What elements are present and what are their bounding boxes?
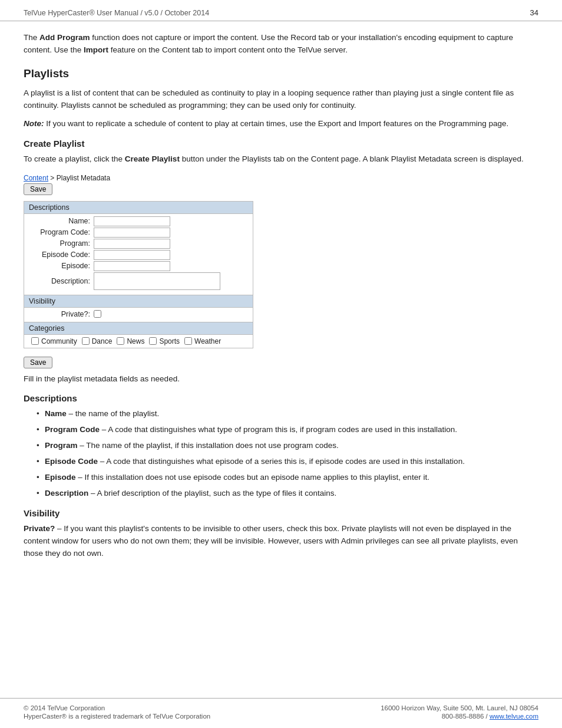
list-item: Description – A brief description of the… (37, 487, 538, 500)
create-playlist-heading: Create Playlist (24, 139, 538, 149)
page-footer: © 2014 TelVue Corporation HyperCaster® i… (0, 698, 562, 728)
top-save-button[interactable]: Save (24, 183, 52, 195)
footer-contact: 800-885-8886 / www.telvue.com (381, 713, 538, 720)
import-bold: Import (84, 45, 108, 54)
bottom-save-button[interactable]: Save (24, 357, 52, 368)
category-sports[interactable]: Sports (147, 337, 180, 345)
private-label: Private?: (29, 310, 94, 318)
list-item: Name – the name of the playlist. (37, 408, 538, 420)
program-label: Program: (29, 239, 94, 248)
breadcrumb: Content > Playlist Metadata (24, 172, 538, 183)
weather-checkbox[interactable] (184, 337, 192, 345)
name-row: Name: (29, 216, 248, 226)
visibility-para: Private? – If you want this playlist's c… (24, 523, 538, 560)
program-row: Program: (29, 239, 248, 249)
program-code-input[interactable] (94, 228, 170, 238)
note-text: If you want to replicate a schedule of c… (44, 119, 509, 128)
page-header: TelVue HyperCaster® User Manual / v5.0 /… (0, 0, 562, 21)
note-label: Note: (24, 119, 44, 128)
playlists-heading: Playlists (24, 67, 538, 80)
playlist-metadata-form: Descriptions Name: Program Code: Program… (24, 201, 253, 348)
footer-trademark-text: HyperCaster® is a registered trademark o… (24, 713, 210, 720)
list-item: Episode – If this installation does not … (37, 472, 538, 484)
description-textarea[interactable] (94, 272, 220, 290)
episode-row: Episode: (29, 261, 248, 271)
name-label: Name: (29, 217, 94, 225)
visibility-section-heading: Visibility (24, 508, 538, 518)
create-intro-bold: Create Playlist (125, 154, 180, 163)
program-code-label: Program Code: (29, 228, 94, 236)
note-paragraph: Note: If you want to replicate a schedul… (24, 118, 538, 130)
program-code-row: Program Code: (29, 228, 248, 238)
footer-right: 16000 Horizon Way, Suite 500, Mt. Laurel… (381, 704, 538, 720)
top-save-row: Save (24, 183, 538, 195)
item-name-text: – the name of the playlist. (67, 409, 160, 418)
episode-label: Episode: (29, 262, 94, 270)
item-progcode-text: – A code that distinguishes what type of… (100, 425, 457, 434)
page-number: 34 (530, 8, 538, 17)
category-dance[interactable]: Dance (80, 337, 113, 345)
categories-body: Community Dance News Sports Weather (24, 335, 253, 348)
news-checkbox[interactable] (117, 337, 124, 345)
category-weather[interactable]: Weather (182, 337, 221, 345)
private-row: Private?: (29, 310, 248, 318)
episode-code-row: Episode Code: (29, 250, 248, 260)
episode-code-label: Episode Code: (29, 251, 94, 259)
intro-text3: feature on the Content tab to import con… (108, 45, 348, 54)
footer-website-link[interactable]: www.telvue.com (490, 713, 538, 720)
item-program-bold: Program (45, 441, 78, 450)
add-program-bold: Add Program (39, 33, 90, 42)
episode-input[interactable] (94, 261, 170, 271)
bottom-save-row: Save (24, 357, 538, 368)
sports-checkbox[interactable] (149, 337, 157, 345)
community-checkbox[interactable] (31, 337, 39, 345)
description-row: Description: (29, 272, 248, 290)
descriptions-list: Name – the name of the playlist. Program… (37, 408, 538, 500)
descriptions-section-heading: Descriptions (24, 393, 538, 403)
description-label: Description: (29, 277, 94, 285)
category-news[interactable]: News (114, 337, 144, 345)
name-input[interactable] (94, 216, 170, 226)
item-episode-text: – If this installation does not use epis… (76, 473, 429, 482)
item-desc-text: – A brief description of the playlist, s… (88, 489, 336, 498)
item-name-bold: Name (45, 409, 67, 418)
create-intro-text2: button under the Playlists tab on the Co… (180, 154, 524, 163)
visibility-body: Private?: (24, 308, 253, 322)
create-playlist-intro: To create a playlist, click the Create P… (24, 153, 538, 166)
item-program-text: – The name of the playlist, if this inst… (78, 441, 339, 450)
footer-address: 16000 Horizon Way, Suite 500, Mt. Laurel… (381, 704, 538, 711)
intro-paragraph: The Add Program function does not captur… (24, 32, 538, 57)
item-desc-bold: Description (45, 489, 88, 498)
footer-copyright: © 2014 TelVue Corporation (24, 704, 210, 711)
descriptions-body: Name: Program Code: Program: (24, 214, 253, 295)
private-checkbox[interactable] (94, 310, 101, 318)
form-area: Content > Playlist Metadata Save Descrip… (24, 172, 538, 368)
list-item: Program – The name of the playlist, if t… (37, 440, 538, 452)
breadcrumb-link[interactable]: Content (24, 174, 48, 182)
list-item: Episode Code – A code that distinguishes… (37, 456, 538, 468)
descriptions-header: Descriptions (24, 202, 253, 214)
item-episode-bold: Episode (45, 473, 76, 482)
intro-text1: The (24, 33, 39, 42)
item-progcode-bold: Program Code (45, 425, 100, 434)
footer-phone: 800-885-8886 (442, 713, 484, 720)
dance-checkbox[interactable] (82, 337, 90, 345)
list-item: Program Code – A code that distinguishes… (37, 424, 538, 436)
breadcrumb-separator: > Playlist Metadata (48, 174, 110, 182)
main-content: The Add Program function does not captur… (0, 21, 562, 698)
item-epcode-bold: Episode Code (45, 457, 98, 466)
visibility-text: – If you want this playlist's contents t… (24, 524, 518, 558)
footer-trademark: HyperCaster® is a registered trademark o… (24, 713, 210, 720)
private-bold: Private? (24, 524, 55, 533)
manual-title: TelVue HyperCaster® User Manual / v5.0 /… (24, 9, 209, 17)
program-input[interactable] (94, 239, 170, 249)
fill-para: Fill in the playlist metadata fields as … (24, 373, 538, 386)
episode-code-input[interactable] (94, 250, 170, 260)
categories-header: Categories (24, 322, 253, 335)
visibility-header: Visibility (24, 295, 253, 308)
footer-left: © 2014 TelVue Corporation HyperCaster® i… (24, 704, 210, 720)
category-community[interactable]: Community (29, 337, 77, 345)
playlists-intro: A playlist is a list of content that can… (24, 87, 538, 112)
create-intro-text1: To create a playlist, click the (24, 154, 125, 163)
item-epcode-text: – A code that distinguishes what episode… (98, 457, 465, 466)
